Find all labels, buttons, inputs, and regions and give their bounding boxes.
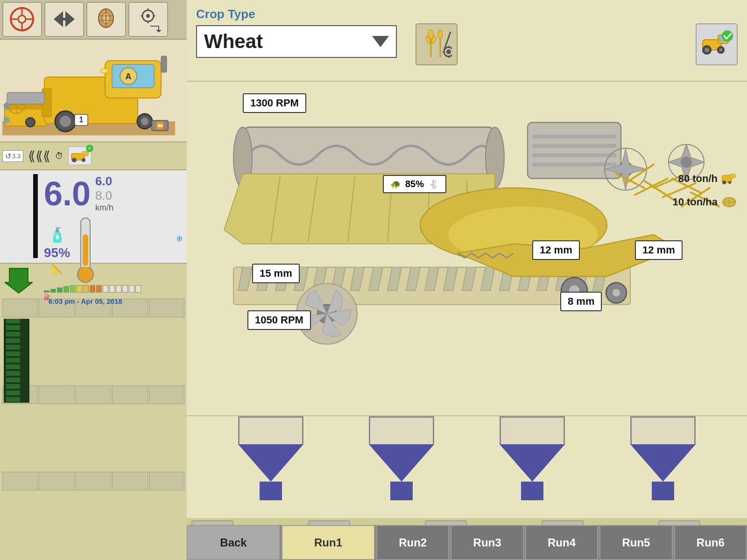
svg-rect-117: [730, 174, 735, 178]
svg-point-61: [438, 29, 443, 39]
tractor-check-button[interactable]: [696, 23, 738, 65]
svg-point-118: [722, 181, 726, 184]
svg-point-53: [72, 158, 77, 162]
crop-name: Wheat: [204, 30, 372, 53]
bottle-icon: 🧴: [49, 227, 66, 243]
grain-settings-button[interactable]: [416, 23, 458, 65]
svg-point-119: [728, 181, 731, 184]
grid-cell: [149, 385, 184, 404]
steering-button[interactable]: [2, 2, 42, 37]
bottom-area: [0, 264, 187, 560]
grain-settings-icon: [422, 29, 452, 60]
speed-big-value: 6.0: [44, 177, 91, 210]
svg-rect-37: [161, 56, 167, 72]
run5-tab[interactable]: Run5: [599, 525, 672, 560]
svg-point-75: [719, 49, 722, 51]
run3-tab[interactable]: Run3: [451, 525, 523, 560]
map-strip: [4, 319, 29, 403]
combine-area: A 1 ⏪ ❄ ❄: [0, 40, 187, 142]
thermometer: [77, 217, 93, 283]
speed-unit: km/h: [95, 203, 113, 213]
speed-display: 6.0 6.0 8.0 km/h: [44, 174, 183, 213]
speed-panel: 6.0 6.0 8.0 km/h 🧴 95% 📐: [0, 170, 187, 264]
tractor-check-icon: [700, 30, 733, 58]
rotation-indicator: ↺ 3.3: [2, 150, 23, 162]
svg-point-44: [26, 118, 35, 127]
hopper-4: [630, 416, 696, 519]
percentage-block: 🧴 95% 📐: [44, 227, 70, 274]
run4-tab[interactable]: Run4: [525, 525, 598, 560]
back-button[interactable]: Back: [187, 525, 280, 560]
svg-text:A: A: [126, 72, 132, 81]
diagram-area: 1300 RPM 🐢 85% 🐇 15 mm 12 mm 12 mm 8 mm …: [187, 82, 747, 415]
hopper-container: [187, 416, 747, 518]
speed-val2: 8.0: [95, 189, 113, 203]
frost-icon: ❄: [176, 234, 183, 244]
grid-cell: [149, 472, 184, 490]
grain-icon: [93, 7, 119, 32]
mm2-label: 12 mm: [532, 240, 580, 260]
svg-point-54: [82, 158, 85, 162]
svg-rect-39: [7, 92, 44, 104]
svg-point-64: [446, 49, 451, 54]
rpm2-label: 1050 RPM: [247, 310, 311, 330]
grid-cell: [2, 299, 38, 317]
speed-section: 6.0 6.0 8.0 km/h 🧴 95% 📐: [42, 174, 183, 259]
svg-point-45: [100, 69, 108, 73]
crop-type-label: Crop Type: [196, 7, 397, 21]
rabbit-icon: 🐇: [429, 179, 439, 189]
run2-tab[interactable]: Run2: [376, 525, 449, 560]
swap-button[interactable]: [44, 2, 84, 37]
hopper-2: [369, 416, 434, 519]
dropdown-arrow-icon: [372, 36, 389, 47]
signal-bars: [44, 285, 183, 293]
slope-icon: 📐: [51, 263, 63, 274]
top-toolbar: [0, 0, 187, 40]
steering-icon: [9, 7, 35, 32]
timer-icon: ⏱: [55, 151, 63, 161]
throughput-value: 80 ton/h: [678, 173, 718, 185]
yield-stat: 10 ton/ha: [672, 196, 738, 208]
throughput-stat: 80 ton/h: [678, 173, 738, 185]
turtle-icon: 🐢: [390, 179, 401, 189]
speed-pct-value: 85%: [405, 179, 424, 189]
crop-left: Crop Type Wheat: [196, 7, 397, 58]
svg-text:⏪: ⏪: [156, 122, 164, 130]
left-strip: [33, 174, 38, 258]
mm3-label: 12 mm: [635, 240, 683, 260]
mm1-label: 15 mm: [252, 264, 300, 283]
speed-pct-indicator: 🐢 85% 🐇: [383, 175, 446, 193]
svg-point-103: [612, 289, 620, 297]
datetime: 6:03 pm - Apr 05, 2018: [49, 297, 188, 305]
svg-marker-23: [156, 30, 161, 32]
right-panel: Crop Type Wheat: [187, 0, 747, 560]
run1-tab[interactable]: Run1: [282, 525, 375, 560]
svg-point-15: [146, 14, 150, 18]
grain-button[interactable]: [86, 2, 126, 37]
svg-rect-8: [62, 18, 67, 21]
grid-cell: [112, 385, 148, 404]
grid-cell: [76, 472, 111, 490]
yield-icon: [721, 196, 738, 208]
svg-point-41: [60, 116, 71, 127]
settings-button[interactable]: [128, 2, 168, 37]
hopper-1: [238, 416, 303, 519]
crop-header: Crop Type Wheat: [187, 0, 747, 82]
settings-arrow-icon: [135, 7, 161, 32]
grid-cell: [39, 385, 74, 404]
run6-tab[interactable]: Run6: [674, 525, 747, 560]
rpm1-label: 1300 RPM: [243, 93, 306, 113]
svg-point-115: [681, 157, 692, 168]
pct-thermo-row: 🧴 95% 📐: [44, 217, 183, 283]
arrows-left: ⟪⟪⟪: [28, 148, 50, 164]
speed-values: 6.0 8.0 km/h: [95, 174, 113, 213]
combine-illustration: A 1 ⏪: [2, 42, 175, 135]
svg-point-73: [705, 48, 709, 52]
svg-point-1: [18, 15, 26, 23]
svg-rect-52: [83, 151, 88, 156]
tab-bar: Back Run1 Run2 Run3 Run4 Run5 Run6: [187, 525, 747, 560]
grid-cell: [39, 472, 74, 490]
grid-cell: [76, 385, 111, 404]
crop-dropdown[interactable]: Wheat: [196, 25, 397, 58]
yield-value: 10 ton/ha: [672, 196, 718, 208]
